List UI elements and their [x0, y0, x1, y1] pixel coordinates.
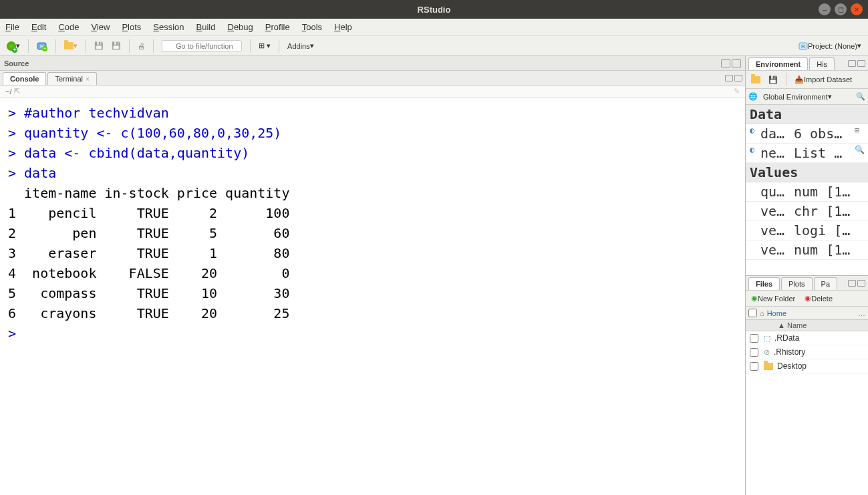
environment-pane: Environment His 💾 📥 Import Dataset 🌐 Glo… [746, 56, 868, 275]
close-button[interactable]: × [851, 3, 863, 15]
new-file-button[interactable]: ▾ [4, 40, 23, 52]
minimize-pane-icon[interactable] [721, 59, 730, 67]
project-label: Project: (None) [808, 42, 857, 50]
file-row[interactable]: Desktop [746, 359, 868, 373]
tab-files[interactable]: Files [748, 277, 780, 290]
file-icon: ⊘ [764, 348, 770, 357]
env-value-row[interactable]: ve…chr [1… [746, 202, 868, 221]
console-tabs: Console Terminal× [0, 71, 745, 86]
goto-wrapper: ➔ [159, 39, 245, 53]
search-env-icon[interactable]: 🔍 [856, 92, 865, 101]
menu-debug[interactable]: Debug [228, 22, 253, 32]
menu-edit[interactable]: Edit [31, 22, 46, 32]
env-var-value: 6 obs… [794, 126, 855, 142]
minimize-pane-icon[interactable] [848, 60, 856, 67]
file-name: Desktop [777, 361, 807, 371]
expand-icon[interactable]: ◐ [750, 145, 760, 161]
console-output-line: 3 eraser TRUE 1 80 [8, 243, 737, 263]
env-var-name: qu… [760, 184, 794, 200]
home-icon[interactable]: ⌂ [760, 309, 764, 317]
menu-plots[interactable]: Plots [122, 22, 141, 32]
new-folder-button[interactable]: ◉ New Folder [748, 293, 798, 304]
source-pane-header: Source [0, 56, 745, 71]
menu-session[interactable]: Session [153, 22, 184, 32]
env-var-value: List … [794, 145, 855, 161]
console-output[interactable]: > #author techvidvan> quantity <- c(100,… [0, 98, 745, 495]
file-row[interactable]: ⊘.Rhistory [746, 345, 868, 359]
maximize-pane-icon[interactable] [732, 59, 741, 67]
menu-help[interactable]: Help [334, 22, 352, 32]
source-title: Source [4, 59, 29, 67]
scope-icon: 🌐 [748, 92, 758, 101]
folder-icon [764, 363, 773, 370]
load-workspace-button[interactable] [748, 75, 763, 85]
save-button[interactable]: 💾 [92, 40, 106, 51]
breadcrumb-home[interactable]: Home [767, 309, 786, 317]
name-column[interactable]: ▲ Name [778, 321, 807, 329]
save-workspace-button[interactable]: 💾 [766, 74, 780, 86]
file-row[interactable]: ⬚.RData [746, 331, 868, 345]
maximize-pane-icon[interactable] [734, 75, 742, 81]
env-value-row[interactable]: ve…num [1… [746, 240, 868, 260]
separator [86, 39, 86, 53]
env-toolbar: 💾 📥 Import Dataset [746, 71, 868, 89]
minimize-button[interactable]: – [819, 3, 831, 15]
maximize-button[interactable]: ◻ [835, 3, 847, 15]
tab-plots[interactable]: Plots [781, 277, 812, 290]
env-var-view-icon[interactable]: ⊞ [855, 126, 864, 142]
menu-profile[interactable]: Profile [265, 22, 290, 32]
menu-build[interactable]: Build [196, 22, 216, 32]
separator [129, 39, 130, 53]
console-path-bar: ~/ ⇱ ✎ [0, 86, 745, 98]
files-breadcrumb: ⌂ Home … [746, 307, 868, 320]
project-menu[interactable]: R Project: (None) ▾ [796, 40, 864, 52]
console-command-line: > data <- cbind(data,quantity) [8, 143, 737, 163]
env-var-view-icon[interactable]: 🔍 [855, 145, 864, 161]
file-checkbox[interactable] [750, 348, 758, 357]
console-output-line: 6 crayons TRUE 20 25 [8, 303, 737, 323]
more-button[interactable]: … [858, 309, 865, 317]
delete-button[interactable]: ◉ Delete [802, 293, 835, 304]
import-dataset-button[interactable]: 📥 Import Dataset [792, 74, 855, 86]
tab-console[interactable]: Console [3, 72, 46, 85]
file-checkbox[interactable] [750, 334, 758, 343]
file-name: .RData [774, 333, 799, 343]
menu-view[interactable]: View [91, 22, 110, 32]
minimize-pane-icon[interactable] [848, 280, 856, 287]
env-data-row[interactable]: ◐ne…List …🔍 [746, 144, 868, 163]
popout-icon[interactable]: ⇱ [14, 87, 20, 96]
minimize-pane-icon[interactable] [725, 75, 733, 81]
env-data-row[interactable]: ◐da…6 obs…⊞ [746, 124, 868, 144]
console-output-line: item-name in-stock price quantity [8, 183, 737, 203]
tab-packages[interactable]: Pa [814, 277, 837, 290]
addins-menu[interactable]: Addins ▾ [285, 40, 317, 51]
save-all-button[interactable]: 💾 [109, 40, 124, 51]
file-checkbox[interactable] [750, 362, 758, 371]
maximize-pane-icon[interactable] [857, 280, 865, 287]
titlebar: RStudio – ◻ × [0, 0, 868, 19]
window-controls: – ◻ × [819, 3, 863, 15]
select-all-checkbox[interactable] [748, 309, 757, 317]
menu-tools[interactable]: Tools [302, 22, 322, 32]
env-value-row[interactable]: ve…logi [… [746, 221, 868, 240]
tab-environment[interactable]: Environment [748, 57, 808, 70]
console-output-line: 2 pen TRUE 5 60 [8, 223, 737, 243]
separator [55, 39, 56, 53]
env-section-values: Values [746, 163, 868, 182]
separator [28, 39, 29, 53]
clear-console-icon[interactable]: ✎ [734, 87, 740, 96]
tab-terminal[interactable]: Terminal× [47, 72, 96, 85]
goto-file-input[interactable] [162, 40, 242, 52]
menu-code[interactable]: Code [58, 22, 79, 32]
grid-button[interactable]: ⊞ ▾ [256, 40, 273, 51]
expand-icon[interactable]: ◐ [750, 126, 760, 142]
new-project-button[interactable]: R+ [34, 39, 50, 53]
env-value-row[interactable]: qu…num [1… [746, 182, 868, 202]
tab-history[interactable]: His [809, 57, 835, 70]
print-button[interactable]: 🖨 [135, 41, 148, 51]
open-file-button[interactable]: ▾ [61, 40, 80, 51]
close-icon[interactable]: × [86, 75, 90, 83]
env-scope-dropdown[interactable]: Global Environment ▾ [760, 91, 835, 102]
maximize-pane-icon[interactable] [857, 60, 865, 67]
menu-file[interactable]: File [5, 22, 19, 32]
